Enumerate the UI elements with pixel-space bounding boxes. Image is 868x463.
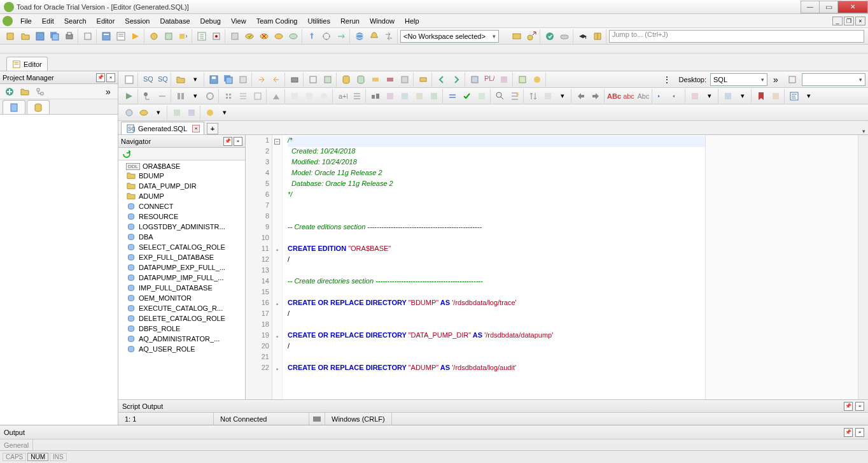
et2-btn-7[interactable] xyxy=(221,89,235,103)
et2-check-icon[interactable] xyxy=(460,89,474,103)
minimize-button[interactable]: — xyxy=(801,1,820,13)
et3-btn-7[interactable]: ▾ xyxy=(218,106,232,120)
nav-close-icon[interactable]: × xyxy=(234,137,242,146)
et1-btn-1[interactable] xyxy=(122,73,136,87)
et2-btn-19[interactable] xyxy=(412,89,426,103)
toolbar-btn-26[interactable] xyxy=(524,29,538,43)
add-tab-button[interactable]: + xyxy=(207,123,218,134)
et2-outdent-icon[interactable] xyxy=(669,89,683,103)
menu-session[interactable]: Session xyxy=(120,16,155,26)
et2-btn-42[interactable]: ▾ xyxy=(802,89,816,103)
et2-btn-16[interactable] xyxy=(368,89,382,103)
toolbar-btn-11[interactable] xyxy=(162,29,176,43)
desktop-combo[interactable]: SQL xyxy=(710,73,767,86)
new-connection-icon[interactable] xyxy=(4,29,18,43)
toolbar-btn-6[interactable] xyxy=(81,29,95,43)
menu-debug[interactable]: Debug xyxy=(195,16,226,26)
nav-item-3[interactable]: ADUMP xyxy=(118,191,245,201)
et2-btn-13[interactable] xyxy=(317,89,331,103)
et2-btn-17[interactable] xyxy=(383,89,397,103)
menu-view[interactable]: View xyxy=(226,16,251,26)
et1-btn-13[interactable] xyxy=(306,73,320,87)
nav-pin-icon[interactable]: 📌 xyxy=(223,137,232,146)
editor-icon[interactable] xyxy=(114,29,128,43)
nav-item-6[interactable]: LOGSTDBY_ADMINISTR... xyxy=(118,222,245,232)
toolbar-btn-21[interactable] xyxy=(319,29,333,43)
et1-sql-icon[interactable]: SQL xyxy=(141,73,155,87)
pm-tab-page[interactable] xyxy=(3,100,25,114)
nav-item-12[interactable]: IMP_FULL_DATABASE xyxy=(118,283,245,293)
et2-btn-35[interactable] xyxy=(688,89,702,103)
et2-btn-27[interactable] xyxy=(541,89,555,103)
et2-btn-20[interactable] xyxy=(427,89,441,103)
et2-btn-25[interactable] xyxy=(508,89,522,103)
toolbar-btn-14[interactable] xyxy=(209,29,223,43)
nav-item-14[interactable]: EXECUTE_CATALOG_R... xyxy=(118,303,245,313)
toolbar-btn-18[interactable] xyxy=(272,29,286,43)
et2-btn-3[interactable] xyxy=(155,89,169,103)
pm-add-icon[interactable] xyxy=(3,85,17,99)
et1-btn-9[interactable] xyxy=(236,73,250,87)
et2-btn-10[interactable] xyxy=(269,89,283,103)
pm-pin-icon[interactable]: 📌 xyxy=(96,73,105,82)
toolbar-btn-book[interactable] xyxy=(591,29,605,43)
et1-btn-27[interactable] xyxy=(530,73,544,87)
et3-btn-2[interactable] xyxy=(137,106,151,120)
et2-btn-15[interactable] xyxy=(350,89,364,103)
toolbar-btn-22[interactable] xyxy=(334,29,348,43)
pm-tree-icon[interactable] xyxy=(33,85,47,99)
et1-print-icon[interactable] xyxy=(288,73,302,87)
toolbar-btn-hat[interactable] xyxy=(576,29,590,43)
et1-btn-18[interactable] xyxy=(383,73,397,87)
et1-btn-19[interactable] xyxy=(398,73,412,87)
et2-btn-1[interactable] xyxy=(122,89,136,103)
et2-btn-8[interactable] xyxy=(236,89,250,103)
et2-btn-40[interactable] xyxy=(769,89,783,103)
script-output-close[interactable]: × xyxy=(855,402,864,411)
et1-btn-10[interactable] xyxy=(255,73,269,87)
et2-btn-37[interactable] xyxy=(721,89,735,103)
et1-open-dd[interactable]: ▾ xyxy=(188,73,202,87)
toolbar-btn-28[interactable] xyxy=(543,29,557,43)
et3-btn-6[interactable] xyxy=(203,106,217,120)
nav-item-10[interactable]: DATAPUMP_EXP_FULL_... xyxy=(118,262,245,273)
et1-btn-14[interactable] xyxy=(321,73,335,87)
nav-item-2[interactable]: DATA_PUMP_DIR xyxy=(118,181,245,191)
et1-save-icon[interactable] xyxy=(207,73,221,87)
menu-help[interactable]: Help xyxy=(400,16,424,26)
et1-btn-17[interactable] xyxy=(368,73,382,87)
et2-btn-14[interactable]: a+b xyxy=(335,89,349,103)
toolbar-btn-13[interactable] xyxy=(195,29,209,43)
script-output-pin[interactable]: 📌 xyxy=(844,402,853,411)
save-all-icon[interactable] xyxy=(48,29,62,43)
et2-proper-icon[interactable]: Abc xyxy=(636,89,650,103)
et2-upper-icon[interactable]: ABc xyxy=(607,89,621,103)
et2-indent-icon[interactable] xyxy=(655,89,669,103)
et3-btn-5[interactable] xyxy=(185,106,199,120)
doc-tab-close-icon[interactable]: × xyxy=(192,125,200,132)
et1-btn-20[interactable] xyxy=(416,73,430,87)
et2-btn-26[interactable] xyxy=(526,89,540,103)
output-pin[interactable]: 📌 xyxy=(844,428,853,437)
et2-btn-12[interactable] xyxy=(302,89,316,103)
et1-db2-icon[interactable] xyxy=(354,73,368,87)
toolbar-btn-20[interactable] xyxy=(305,29,319,43)
toolbar-btn-10[interactable] xyxy=(147,29,161,43)
et1-btn-23[interactable] xyxy=(468,73,482,87)
menu-rerun[interactable]: Rerun xyxy=(335,16,365,26)
et2-btn-36[interactable]: ▾ xyxy=(703,89,717,103)
et2-btn-21[interactable] xyxy=(445,89,459,103)
et2-btn-29[interactable] xyxy=(574,89,588,103)
nav-item-13[interactable]: OEM_MONITOR xyxy=(118,293,245,303)
menu-search[interactable]: Search xyxy=(59,16,92,26)
mdi-minimize[interactable]: _ xyxy=(832,17,843,25)
menu-editor[interactable]: Editor xyxy=(92,16,120,26)
navigator-tree[interactable]: DDLORA$BASEBDUMPDATA_PUMP_DIRADUMPCONNEC… xyxy=(118,160,245,399)
et3-btn-3[interactable]: ▾ xyxy=(151,106,165,120)
pm-open-icon[interactable] xyxy=(18,85,32,99)
et2-btn-23[interactable] xyxy=(475,89,489,103)
workspace-combo[interactable]: <No Workspace selected> xyxy=(400,30,499,43)
toolbar-btn-19[interactable] xyxy=(286,29,300,43)
toolbar-btn-ws[interactable] xyxy=(353,29,367,43)
menu-file[interactable]: File xyxy=(15,16,37,26)
